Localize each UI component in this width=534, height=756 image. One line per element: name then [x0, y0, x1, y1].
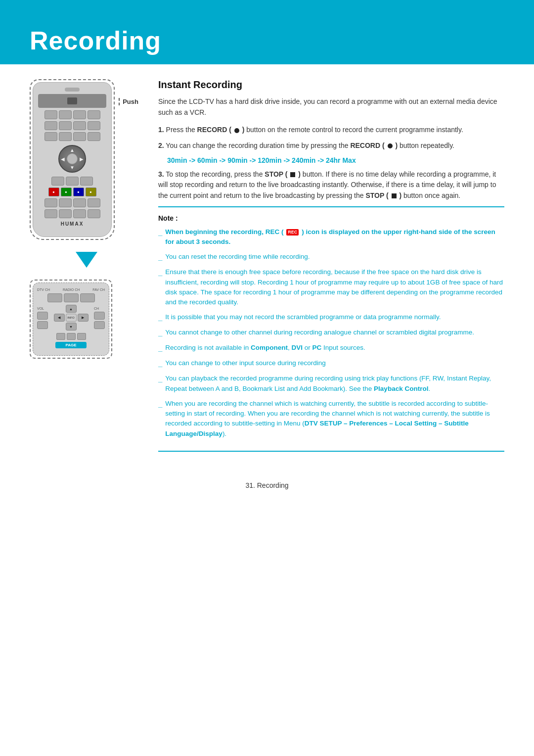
btn-8[interactable] [88, 121, 100, 130]
btn-col-3[interactable]: ■ [73, 188, 84, 196]
note-dash-9: _ [158, 399, 162, 409]
btn-11[interactable] [73, 132, 86, 141]
btn-12[interactable] [88, 132, 100, 141]
remote-top-labels: DTV CH RADIO CH FAV CH [37, 288, 105, 291]
content-area: ▲ ▼ ◀ ▶ ■ [0, 64, 534, 467]
btn-2[interactable] [59, 110, 72, 119]
duration-line: 30min -> 60min -> 90min -> 120min -> 240… [158, 156, 504, 164]
note-dash-5: _ [158, 328, 162, 338]
small-bottom-btn-3[interactable] [77, 333, 86, 340]
step-3-bold-stop-2: STOP ( [365, 191, 388, 199]
page-title: Recording [30, 26, 161, 55]
footer: 31. Recording [0, 481, 534, 499]
small-btn-3[interactable] [80, 293, 95, 302]
note-6-dvi: DVI [291, 344, 303, 351]
btn-1[interactable] [44, 110, 57, 119]
btn-15[interactable] [80, 177, 93, 186]
btn-3[interactable] [73, 110, 86, 119]
note-item-1: _ When beginning the recording, REC ( RE… [158, 227, 504, 247]
note-dash-3: _ [158, 267, 162, 278]
note-dash-8: _ [158, 374, 162, 384]
note-9-setup-path: DTV SETUP – Preferences – Local Setting … [165, 420, 469, 437]
push-label: Push [119, 98, 138, 105]
vol-label: VOL [37, 307, 48, 310]
note-item-7: _ You can change to other input source d… [158, 358, 504, 369]
note-item-6: _ Recording is not available in Componen… [158, 343, 504, 353]
arrow-down-icon [76, 252, 97, 268]
note-text-8: You can playback the recorded programme … [165, 374, 504, 394]
btn-6[interactable] [59, 121, 72, 130]
note-dash-7: _ [158, 358, 162, 369]
right-btn[interactable]: ▶ [78, 314, 89, 322]
note-title: Note : [158, 214, 504, 222]
up-btn[interactable]: ▲ [66, 305, 77, 313]
btn-col-4[interactable]: ■ [86, 188, 96, 196]
left-btn[interactable]: ◀ [54, 314, 65, 322]
note-dash-1: _ [158, 227, 162, 237]
ch-down-btn[interactable] [94, 321, 105, 329]
btn-23[interactable] [88, 209, 100, 218]
nav-ok-btn[interactable] [67, 153, 78, 164]
small-bottom-btn-2[interactable] [67, 333, 76, 340]
steps-list: 1. Press the RECORD ( ) button on the re… [158, 125, 504, 201]
nav-circle[interactable]: ▲ ▼ ◀ ▶ [58, 145, 86, 173]
btn-13[interactable] [51, 177, 64, 186]
note-item-3: _ Ensure that there is enough free space… [158, 267, 504, 307]
remote-button-rows: ▲ ▼ ◀ ▶ ■ [38, 110, 106, 218]
note-1-bold-when: When beginning the recording, [165, 228, 266, 236]
btn-22[interactable] [73, 209, 86, 218]
small-bottom-btn-1[interactable] [56, 333, 65, 340]
record-icon-1 [234, 128, 239, 133]
ch-label: CH [94, 307, 105, 310]
btn-col-1[interactable]: ■ [48, 188, 59, 196]
btn-10[interactable] [59, 132, 72, 141]
step-2-bold-record: RECORD ( [350, 142, 384, 149]
note-text-7: You can change to other input source dur… [165, 358, 325, 368]
step-2-bold-close: ) [395, 142, 398, 149]
page-button[interactable]: PAGE [55, 342, 86, 348]
note-item-4: _ It is possible that you may not record… [158, 312, 504, 323]
btn-20[interactable] [44, 209, 57, 218]
btn-21[interactable] [59, 209, 72, 218]
note-dash-4: _ [158, 312, 162, 323]
note-text-2: You can reset the recording time while r… [165, 252, 310, 262]
btn-14[interactable] [66, 177, 79, 186]
btn-4[interactable] [88, 110, 100, 119]
note-text-3: Ensure that there is enough free space b… [165, 267, 504, 307]
note-text-5: You cannot change to other channel durin… [165, 328, 474, 337]
rec-badge: REC [286, 229, 299, 236]
btn-7[interactable] [73, 121, 86, 130]
step-3-bold-stop: STOP ( [265, 170, 287, 178]
note-item-8: _ You can playback the recorded programm… [158, 374, 504, 394]
note-dash-6: _ [158, 343, 162, 353]
remote-control-bottom-wrapper: DTV CH RADIO CH FAV CH VOL [30, 280, 112, 359]
note-item-9: _ When you are recording the channel whi… [158, 399, 504, 439]
btn-16[interactable] [44, 198, 57, 207]
btn-17[interactable] [59, 198, 72, 207]
small-btn-1[interactable] [47, 293, 62, 302]
remote-control-top: ▲ ▼ ◀ ▶ ■ [30, 79, 115, 240]
fav-ch-label: FAV CH [92, 288, 105, 291]
record-icon-2 [388, 143, 393, 148]
btn-9[interactable] [44, 132, 57, 141]
note-item-5: _ You cannot change to other channel dur… [158, 328, 504, 338]
note-item-2: _ You can reset the recording time while… [158, 252, 504, 262]
radio-ch-label: RADIO CH [63, 288, 80, 291]
vol-up-btn[interactable] [37, 312, 48, 320]
note-text-9: When you are recording the channel which… [165, 399, 504, 439]
down-btn[interactable]: ▼ [66, 323, 77, 331]
btn-19[interactable] [88, 198, 100, 207]
note-6-pc: PC [312, 344, 322, 351]
ch-up-btn[interactable] [94, 312, 105, 320]
step-1-bold-close: ) [242, 126, 245, 134]
btn-18[interactable] [73, 198, 86, 207]
step-1: 1. Press the RECORD ( ) button on the re… [158, 125, 504, 136]
remote-body-top: ▲ ▼ ◀ ▶ ■ [33, 82, 112, 237]
step-1-bold-record: RECORD ( [197, 126, 231, 134]
info-btn[interactable]: INFO [66, 314, 77, 322]
btn-col-2[interactable]: ■ [61, 188, 72, 196]
remote-brand: HUMAX [38, 221, 106, 227]
small-btn-2[interactable] [64, 293, 79, 302]
vol-down-btn[interactable] [37, 321, 48, 329]
btn-5[interactable] [44, 121, 57, 130]
